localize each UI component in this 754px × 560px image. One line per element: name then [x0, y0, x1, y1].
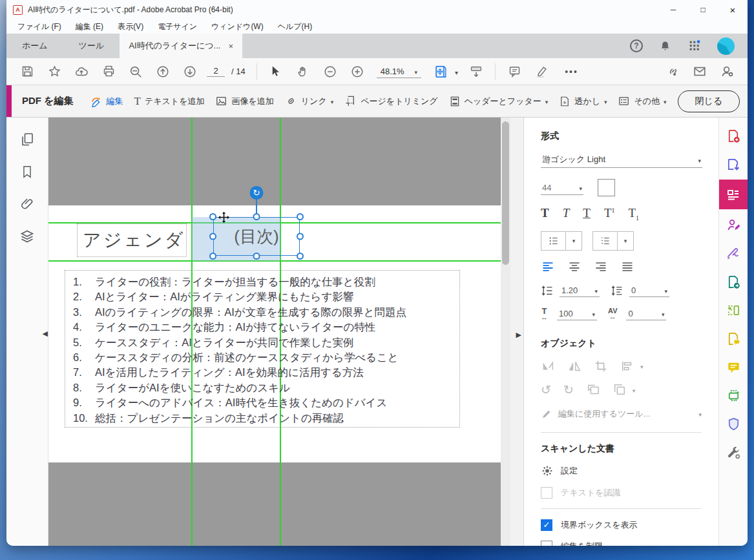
- create-pdf-icon[interactable]: [726, 128, 741, 143]
- highlight-icon[interactable]: [529, 61, 554, 83]
- fit-page-icon[interactable]: [428, 61, 454, 83]
- zoom-level-select[interactable]: 48.1%: [377, 65, 421, 78]
- resize-handle-mid-right[interactable]: [297, 233, 304, 240]
- paragraph-spacing-select[interactable]: 0: [629, 284, 669, 297]
- subscript-button[interactable]: T1: [628, 206, 639, 222]
- fill-sign-icon[interactable]: [726, 217, 741, 233]
- bookmarks-icon[interactable]: [20, 165, 34, 179]
- help-icon[interactable]: ?: [630, 39, 643, 52]
- scroll-mode-icon[interactable]: [463, 61, 489, 83]
- bullet-list-dropdown-icon[interactable]: [566, 232, 581, 250]
- protect-pdf-icon[interactable]: [726, 416, 741, 431]
- close-edit-mode-button[interactable]: 閉じる: [678, 90, 740, 112]
- menu-esign[interactable]: 電子サイン: [151, 21, 204, 32]
- layers-icon[interactable]: [19, 229, 35, 244]
- resize-handle-top-center[interactable]: [253, 213, 260, 220]
- rotate-cw-icon[interactable]: ↻: [563, 382, 574, 397]
- arrange-objects-dropdown-icon[interactable]: [633, 385, 636, 395]
- print-icon[interactable]: [96, 61, 121, 83]
- resize-handle-bottom-center[interactable]: [253, 253, 260, 260]
- share-cloud-icon[interactable]: [68, 61, 94, 83]
- collapse-left-panel-icon[interactable]: [43, 329, 48, 338]
- page-thumbnails-icon[interactable]: [19, 132, 35, 147]
- watermark-button[interactable]: 透かし: [559, 96, 607, 107]
- superscript-button[interactable]: T1: [604, 206, 615, 220]
- more-options-button[interactable]: その他: [618, 95, 666, 107]
- send-for-signature-icon[interactable]: [726, 274, 741, 289]
- underline-button[interactable]: T: [583, 206, 591, 220]
- notifications-bell-icon[interactable]: [658, 39, 672, 53]
- app-grid-icon[interactable]: [687, 39, 702, 53]
- collapse-right-panel-icon[interactable]: [516, 331, 521, 339]
- font-family-select[interactable]: 游ゴシック Light: [541, 152, 702, 168]
- menu-view[interactable]: 表示(V): [110, 21, 151, 32]
- font-color-swatch[interactable]: [598, 179, 615, 196]
- restrict-editing-checkbox[interactable]: [541, 541, 552, 546]
- align-center-button[interactable]: [567, 260, 581, 273]
- align-right-button[interactable]: [594, 260, 608, 273]
- menu-window[interactable]: ウィンドウ(W): [204, 21, 271, 32]
- email-icon[interactable]: [687, 61, 713, 83]
- link-button[interactable]: リンク: [285, 95, 333, 107]
- resize-handle-top-right[interactable]: [297, 213, 304, 220]
- show-bounding-box-option[interactable]: 境界ボックスを表示: [541, 519, 702, 531]
- edit-mode-button[interactable]: 編集: [90, 95, 123, 108]
- add-text-button[interactable]: T テキストを追加: [134, 95, 205, 108]
- tab-home[interactable]: ホーム: [6, 34, 63, 58]
- show-bounding-box-checkbox[interactable]: [541, 519, 552, 531]
- zoom-out-icon[interactable]: [317, 61, 343, 83]
- more-tools-icon[interactable]: •••: [565, 67, 578, 77]
- vertical-scrollbar[interactable]: [501, 118, 510, 546]
- restrict-editing-option[interactable]: 編集を制限: [541, 541, 702, 546]
- page-number-input[interactable]: 2: [207, 66, 225, 77]
- numbered-list-icon[interactable]: [593, 232, 618, 250]
- flip-vertical-icon[interactable]: [541, 359, 555, 373]
- invite-person-icon[interactable]: [714, 61, 740, 83]
- agenda-list-box[interactable]: 1.ライターの役割：ライターが担当する一般的な仕事と役割 2.AIとライター：A…: [65, 270, 460, 428]
- scrollbar-thumb[interactable]: [502, 121, 509, 265]
- resize-handle-mid-left[interactable]: [209, 233, 216, 240]
- flip-horizontal-icon[interactable]: [567, 359, 581, 373]
- export-pdf-icon[interactable]: [726, 156, 741, 172]
- hand-tool-icon[interactable]: [290, 61, 316, 83]
- scan-ocr-icon[interactable]: [726, 388, 741, 403]
- edit-pdf-icon[interactable]: [719, 180, 748, 209]
- compress-pdf-icon[interactable]: [726, 302, 741, 318]
- search-icon[interactable]: [123, 61, 149, 83]
- crop-object-icon[interactable]: [594, 359, 608, 373]
- scan-settings-button[interactable]: 設定: [541, 464, 702, 477]
- horizontal-scale-select[interactable]: 100: [557, 307, 597, 320]
- bullet-list-control[interactable]: [541, 231, 582, 251]
- attachments-icon[interactable]: [20, 196, 35, 211]
- align-justify-button[interactable]: [620, 260, 634, 273]
- zoom-in-icon[interactable]: [344, 61, 370, 83]
- document-viewport[interactable]: アジェンダ (目次) 1.ライターの役割：ライターが担: [48, 118, 523, 546]
- selected-text-box[interactable]: (目次): [213, 217, 300, 256]
- header-footer-button[interactable]: ヘッダーとフッター: [449, 96, 549, 107]
- agenda-text-box[interactable]: アジェンダ: [77, 223, 187, 257]
- comment-icon[interactable]: [501, 61, 527, 83]
- arrange-objects-icon[interactable]: [613, 382, 627, 397]
- align-objects-dropdown-icon[interactable]: [640, 361, 644, 371]
- close-button[interactable]: ×: [718, 0, 748, 19]
- share-link-icon[interactable]: [660, 61, 686, 83]
- numbered-list-dropdown-icon[interactable]: [618, 232, 633, 250]
- minimize-button[interactable]: ─: [658, 0, 688, 19]
- select-tool-icon[interactable]: [263, 61, 289, 83]
- maximize-button[interactable]: □: [688, 0, 718, 19]
- save-icon[interactable]: [14, 61, 40, 83]
- fit-page-dropdown-icon[interactable]: [455, 66, 458, 78]
- menu-edit[interactable]: 編集 (E): [68, 21, 110, 32]
- font-size-select[interactable]: 44: [541, 181, 583, 195]
- resize-handle-bottom-right[interactable]: [297, 253, 304, 260]
- next-page-icon[interactable]: [177, 61, 203, 83]
- user-avatar[interactable]: [717, 37, 735, 55]
- edit-using-tool-select[interactable]: 編集に使用するツール...: [541, 408, 702, 420]
- bullet-list-icon[interactable]: [541, 232, 566, 250]
- request-comments-icon[interactable]: [726, 331, 741, 346]
- line-spacing-select[interactable]: 1.20: [560, 284, 600, 297]
- char-spacing-select[interactable]: 0: [626, 307, 666, 320]
- italic-button[interactable]: T: [563, 206, 570, 220]
- rotate-ccw-icon[interactable]: ↺: [541, 382, 551, 397]
- resize-handle-top-left[interactable]: [209, 213, 216, 220]
